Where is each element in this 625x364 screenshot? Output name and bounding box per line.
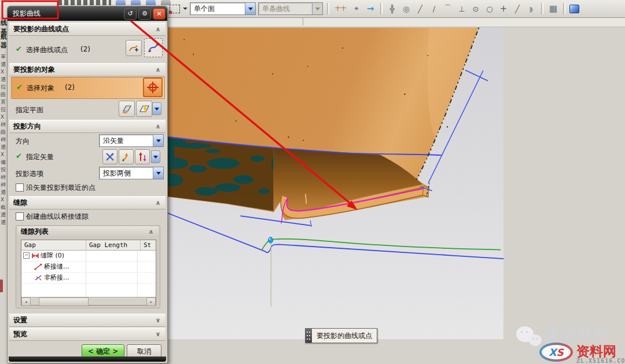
section-header-gap[interactable]: 缝隙 ∧ bbox=[9, 196, 166, 209]
select-object-count: (2) bbox=[65, 83, 75, 91]
gap-root-row[interactable]: − 缝隙 (0) bbox=[21, 250, 156, 262]
forward-arrow-icon[interactable]: → bbox=[365, 3, 376, 14]
marquee-dropdown-caret[interactable] bbox=[183, 8, 188, 12]
midpoint-snap-icon[interactable]: ∕ bbox=[428, 3, 440, 14]
parallel-curves-icon[interactable]: 十十 bbox=[333, 3, 348, 14]
reset-icon[interactable]: ↺ bbox=[124, 8, 137, 20]
chevron-up-icon[interactable]: ∧ bbox=[147, 228, 155, 236]
toolbar-separator bbox=[563, 3, 565, 14]
plane-lightning-icon bbox=[138, 103, 150, 115]
scrollbar-thumb[interactable] bbox=[39, 297, 89, 306]
column-status[interactable]: St bbox=[141, 240, 156, 250]
section-header-direction[interactable]: 投影方向 ∧ bbox=[9, 120, 166, 133]
section-header-preview[interactable]: 预览 ∨ bbox=[9, 328, 166, 341]
face-rule-combo[interactable]: 单个面 bbox=[190, 2, 256, 15]
marquee-select-icon[interactable] bbox=[169, 3, 181, 14]
secondary-toolbar-strip bbox=[165, 17, 625, 27]
section-header-objects[interactable]: 要投影的对象 ∧ bbox=[9, 63, 166, 76]
bridge-gap-icon bbox=[34, 263, 42, 270]
section-header-curves[interactable]: 要投影的曲线或点 ∧ bbox=[9, 23, 166, 36]
nearest-point-checkbox-label[interactable]: 沿矢量投影到最近的点 bbox=[26, 183, 95, 193]
arc-center-snap-icon[interactable]: ⊙ bbox=[470, 3, 481, 14]
endpoint-snap-icon[interactable]: ╱ bbox=[414, 3, 426, 14]
check-icon: ✔ bbox=[16, 83, 23, 91]
pan-snap-icon[interactable]: ╬ bbox=[387, 3, 398, 14]
tooltip-grip-handle[interactable] bbox=[306, 329, 312, 343]
scroll-left-icon[interactable]: ◂ bbox=[21, 297, 31, 306]
dialog-titlebar[interactable]: 投影曲线 ↺ ⚙ × bbox=[8, 6, 167, 21]
gap-table-header: Gap Gap Length St bbox=[21, 240, 156, 251]
clipped-sidebar-strip: 线基 航器 草 通 X 通 拉 曲 直 拉 X 样 曲 样 通 X 偏 投 样 … bbox=[0, 17, 7, 364]
column-gap[interactable]: Gap bbox=[21, 240, 86, 250]
point-on-curve-snap-icon[interactable]: ╱ bbox=[512, 3, 523, 14]
tooltip-text: 要投影的曲线或点 bbox=[312, 329, 377, 343]
nearest-point-checkbox[interactable] bbox=[16, 183, 24, 192]
crosshair-face-icon bbox=[146, 81, 159, 94]
chevron-up-icon[interactable]: ∧ bbox=[154, 199, 162, 207]
curve-point-select-button[interactable] bbox=[144, 38, 163, 57]
snap-pin-icon[interactable]: ⌖ bbox=[351, 3, 362, 14]
plane-constructor-button[interactable] bbox=[136, 101, 152, 117]
toolbar-separator bbox=[380, 3, 383, 14]
point-on-face-snap-icon[interactable]: ◗ bbox=[525, 3, 537, 14]
table-hscrollbar[interactable]: ◂ ▸ bbox=[21, 297, 156, 305]
graphics-viewport[interactable] bbox=[165, 27, 625, 364]
dialog-bottom-bar bbox=[9, 356, 166, 362]
bridge-gap-checkbox[interactable] bbox=[16, 212, 24, 220]
specify-plane-label: 指定平面 bbox=[16, 105, 43, 115]
gap-table[interactable]: Gap Gap Length St − 缝隙 (0) 桥接缝... bbox=[21, 240, 156, 306]
watermark-logo: XS bbox=[539, 343, 573, 362]
direction-dropdown-icon[interactable] bbox=[153, 135, 163, 146]
up-down-vector-icon bbox=[137, 152, 148, 162]
chevron-up-icon[interactable]: ∧ bbox=[154, 25, 162, 34]
curve-plus-icon bbox=[128, 43, 139, 53]
selection-step-tooltip: 要投影的曲线或点 bbox=[305, 328, 377, 343]
gear-icon[interactable]: ⚙ bbox=[138, 8, 151, 20]
curve-point-icon bbox=[147, 42, 160, 54]
direction-combo[interactable]: 沿矢量 bbox=[99, 134, 164, 147]
perpendicular-snap-icon[interactable]: ⊥ bbox=[456, 3, 468, 14]
select-object-active-row[interactable]: ✔ 选择对象 (2) bbox=[11, 77, 165, 99]
orbit-snap-icon[interactable]: ◎ bbox=[400, 3, 412, 14]
chevron-up-icon[interactable]: ∧ bbox=[154, 66, 162, 74]
projection-option-dropdown-icon[interactable] bbox=[153, 167, 163, 179]
watermark-brand-text: 潇洒网校 bbox=[545, 325, 610, 344]
chevron-up-icon[interactable]: ∧ bbox=[154, 123, 162, 131]
curve-list-button[interactable] bbox=[126, 40, 142, 56]
chevron-down-icon[interactable]: ∨ bbox=[154, 317, 162, 325]
bridge-gap-checkbox-label[interactable]: 创建曲线以桥接缝隙 bbox=[26, 212, 89, 222]
vector-constructor-button[interactable] bbox=[119, 149, 134, 164]
face-rule-dropdown-icon[interactable] bbox=[245, 3, 255, 14]
solid-cube-icon[interactable] bbox=[569, 5, 579, 13]
toolbar-separator bbox=[541, 3, 543, 14]
sidebar-item-fragments[interactable]: 草 通 X 通 拉 曲 直 拉 X 样 曲 样 通 X 偏 投 样 样 通 X … bbox=[1, 53, 6, 226]
curve-end-snap-icon[interactable]: ⌒ bbox=[442, 3, 454, 14]
vector-dropdown-caret[interactable] bbox=[151, 150, 160, 163]
existing-point-snap-icon[interactable]: + bbox=[498, 3, 509, 14]
section-header-settings[interactable]: 设置 ∨ bbox=[9, 314, 166, 327]
point-highlight bbox=[269, 238, 271, 240]
vector-direction-button[interactable] bbox=[135, 149, 150, 164]
scroll-right-icon[interactable]: ▸ bbox=[146, 297, 156, 306]
quadrant-snap-icon[interactable]: ○ bbox=[484, 3, 495, 14]
close-icon[interactable]: × bbox=[153, 8, 166, 20]
sidebar-item-fragment[interactable]: 航器 bbox=[1, 32, 7, 50]
projection-option-combo[interactable]: 投影两侧 bbox=[99, 167, 164, 179]
gap-bridge-row[interactable]: 桥接缝... bbox=[21, 261, 156, 273]
face-select-button[interactable] bbox=[143, 78, 163, 97]
tree-collapse-icon[interactable]: − bbox=[23, 252, 30, 259]
point-handle[interactable] bbox=[269, 237, 273, 243]
curve-rule-dropdown-icon bbox=[312, 3, 322, 14]
gap-nonbridge-row[interactable]: 非桥接... bbox=[21, 272, 156, 284]
vector-dialog-button[interactable] bbox=[102, 149, 117, 164]
column-gap-length[interactable]: Gap Length bbox=[86, 240, 141, 250]
gap-bridge-label: 桥接缝... bbox=[44, 262, 69, 271]
grid-icon[interactable]: ▦ bbox=[547, 3, 559, 14]
plane-dropdown-caret[interactable] bbox=[152, 102, 161, 115]
gap-list-header[interactable]: 缝隙列表 ∧ bbox=[17, 226, 159, 237]
wechat-icon-small bbox=[529, 334, 542, 346]
check-icon: ✔ bbox=[16, 152, 22, 160]
select-curve-label[interactable]: 选择曲线或点 bbox=[26, 45, 68, 55]
chevron-down-icon[interactable]: ∨ bbox=[154, 330, 162, 339]
plane-dialog-button[interactable] bbox=[119, 101, 135, 117]
